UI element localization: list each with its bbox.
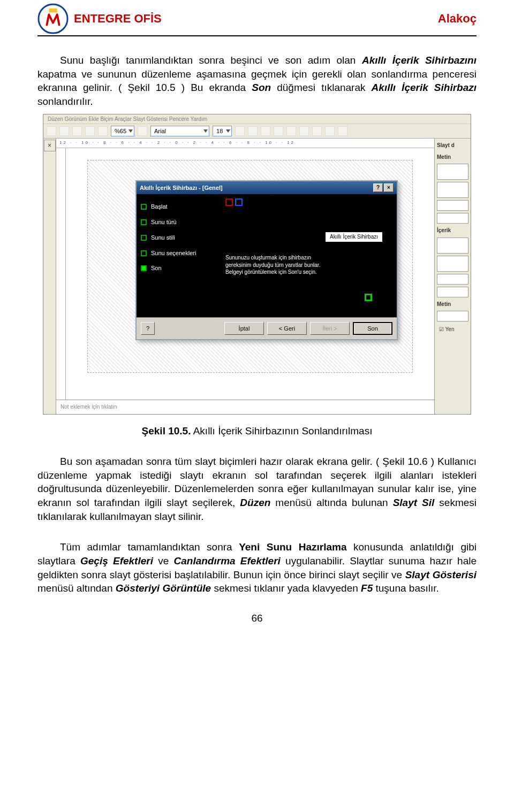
notes-pane[interactable]: Not eklemek için tıklatın (56, 400, 434, 414)
layout-thumb[interactable] (437, 256, 468, 272)
paste-icon[interactable] (72, 126, 82, 136)
notes-placeholder: Not eklemek için tıklatın (61, 403, 117, 411)
align-left-icon[interactable] (274, 126, 283, 136)
task-pane: Slayt d Metin İçerik Metin ☑ Yen (434, 139, 471, 414)
yen-checkbox[interactable]: ☑ Yen (437, 324, 468, 335)
wizard-step-style: Sunu stili (141, 234, 213, 242)
page-header: ENTEGRE OFİS Alakoç (37, 0, 477, 36)
copy-icon[interactable] (59, 126, 69, 136)
zoom-select[interactable]: %65 (111, 126, 134, 136)
wizard-step-start: Başlat (141, 203, 213, 211)
university-logo (37, 3, 69, 34)
autocontent-wizard-dialog: Akıllı İçerik Sihirbazı - [Genel] ? × Ba… (135, 180, 398, 340)
panel-header-4: Metin (437, 300, 468, 309)
app-toolbar: %65 Arial 18 (43, 124, 471, 139)
wizard-help-button[interactable]: ? (373, 183, 383, 192)
page-number: 66 (37, 611, 477, 625)
red-square-icon (225, 198, 233, 206)
slide-thumbnail-pane: × (43, 139, 56, 414)
vertical-ruler (56, 148, 66, 400)
italic-icon[interactable] (248, 126, 258, 136)
fontsize-select[interactable]: 18 (213, 126, 232, 136)
document-author: Alakoç (438, 11, 477, 27)
wizard-button-row: ? İptal < Geri İleri > Son (137, 317, 397, 339)
font-color-icon[interactable] (338, 126, 347, 136)
paragraph-1: Sunu başlığı tanımlandıktan sonra beşinc… (37, 53, 477, 109)
new-icon[interactable] (47, 126, 56, 136)
wizard-step-finish: Son (141, 264, 213, 272)
table-icon[interactable] (85, 126, 95, 136)
wizard-title: Akıllı İçerik Sihirbazı - [Genel] (140, 184, 223, 192)
align-center-icon[interactable] (286, 126, 296, 136)
grid-icon[interactable] (98, 126, 108, 136)
app-menubar: Düzen Görünüm Ekle Biçim Araçlar Slayt G… (43, 114, 471, 124)
close-pane-icon[interactable]: × (44, 140, 56, 151)
layout-thumb[interactable] (437, 213, 468, 224)
underline-icon[interactable] (261, 126, 270, 136)
layout-thumb[interactable] (437, 182, 468, 198)
wizard-step-options: Sunu seçenekleri (141, 249, 213, 257)
panel-header-3: İçerik (437, 226, 468, 235)
svg-rect-1 (49, 9, 57, 13)
horizontal-ruler: 12 · · 10 · · 8 · · 6 · · 4 · · 2 · · 0 … (56, 139, 434, 148)
layout-thumb[interactable] (437, 311, 468, 321)
powerpoint-screenshot: Düzen Görünüm Ekle Biçim Araçlar Slayt G… (43, 114, 471, 415)
wizard-titlebar: Akıllı İçerik Sihirbazı - [Genel] ? × (137, 181, 397, 194)
next-button[interactable]: İleri > (310, 322, 350, 335)
wizard-step-type: Sunu türü (141, 218, 213, 226)
figure-10-5: Düzen Görünüm Ekle Biçim Araçlar Slayt G… (43, 114, 471, 415)
wizard-steps: Başlat Sunu türü Sunu stili Sunu seçenek… (137, 194, 217, 317)
panel-header-2: Metin (437, 152, 468, 162)
wizard-banner: Akıllı İçerik Sihirbazı (325, 232, 383, 242)
wizard-description: Sununuzu oluşturmak için sihirbazın gere… (225, 254, 359, 276)
numbering-icon[interactable] (312, 126, 322, 136)
font-grow-icon[interactable] (325, 126, 335, 136)
expand-icon[interactable] (138, 126, 147, 136)
document-title: ENTEGRE OFİS (74, 11, 433, 27)
layout-thumb[interactable] (437, 274, 468, 285)
wizard-close-button[interactable]: × (384, 183, 394, 192)
bullets-icon[interactable] (299, 126, 309, 136)
panel-header-1: Slayt d (437, 141, 468, 150)
bold-icon[interactable] (235, 126, 245, 136)
layout-thumb[interactable] (437, 164, 468, 180)
blue-square-icon (235, 198, 243, 206)
wizard-help-icon[interactable]: ? (141, 322, 155, 335)
cancel-button[interactable]: İptal (224, 322, 264, 335)
layout-thumb[interactable] (437, 238, 468, 254)
layout-thumb[interactable] (437, 287, 468, 297)
paragraph-3: Tüm adımlar tamamlandıktan sonra Yeni Su… (37, 540, 477, 595)
wizard-content: Akıllı İçerik Sihirbazı Sununuzu oluştur… (217, 194, 397, 317)
finish-button[interactable]: Son (353, 322, 392, 335)
paragraph-2: Bu son aşamadan sonra tüm slayt biçimler… (37, 455, 477, 523)
figure-caption: Şekil 10.5. Akıllı İçerik Sihirbazının S… (37, 424, 477, 438)
slide-canvas: Akıllı İçerik Sihirbazı - [Genel] ? × Ba… (66, 148, 434, 400)
green-square-icon (365, 294, 372, 301)
back-button[interactable]: < Geri (267, 322, 307, 335)
layout-thumb[interactable] (437, 200, 468, 211)
font-select[interactable]: Arial (150, 126, 209, 136)
